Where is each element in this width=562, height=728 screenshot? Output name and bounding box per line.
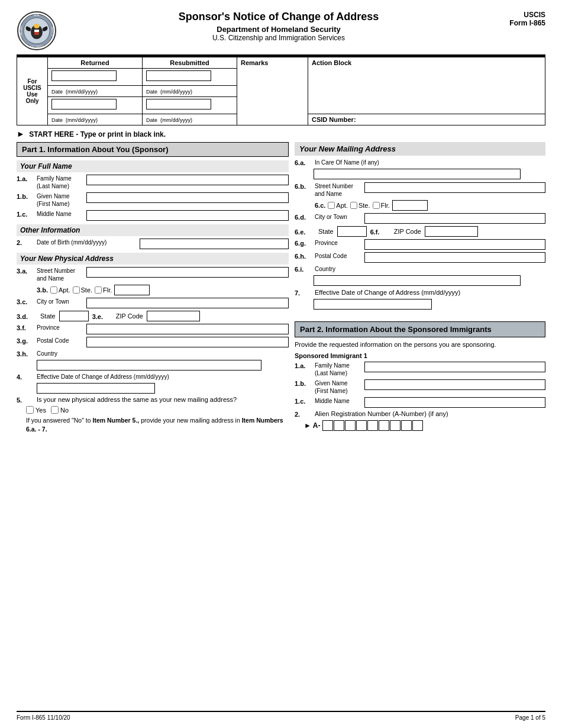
m-flr-checkbox[interactable] bbox=[373, 202, 380, 209]
yes-label[interactable]: Yes bbox=[26, 406, 46, 414]
note-text: If you answered "No" to Item Number 5., … bbox=[17, 416, 289, 433]
resubmitted-date-box-1[interactable] bbox=[146, 70, 211, 81]
a-box-1[interactable] bbox=[322, 420, 333, 431]
field-1a-input[interactable] bbox=[86, 175, 289, 185]
field-6b-num: 6.b. bbox=[295, 182, 312, 190]
field-3e-num: 3.e. bbox=[92, 313, 110, 320]
m-apt-checkbox[interactable] bbox=[328, 202, 335, 209]
field-6a-label: In Care Of Name (if any) bbox=[315, 159, 398, 166]
svg-text:HOMELAND: HOMELAND bbox=[20, 25, 22, 39]
field-1b-input[interactable] bbox=[86, 192, 289, 203]
returned-date-box-1[interactable] bbox=[51, 70, 117, 81]
field-6e-input[interactable] bbox=[337, 226, 367, 237]
field-6h-input[interactable] bbox=[364, 252, 545, 263]
field-3h-row: 3.h. Country bbox=[17, 350, 289, 357]
m-ste-checkbox-label[interactable]: Ste. bbox=[350, 202, 370, 209]
field-6h-num: 6.h. bbox=[295, 252, 312, 260]
flr-checkbox[interactable] bbox=[95, 286, 102, 294]
footer-form-label: Form I-865 11/10/20 bbox=[17, 714, 70, 721]
part1-header: Part 1. Information About You (Sponsor) bbox=[17, 142, 289, 157]
p2-field-1c-input[interactable] bbox=[364, 397, 545, 408]
field-6a-input[interactable] bbox=[314, 169, 521, 179]
mailing-address-header: Your New Mailing Address bbox=[295, 142, 545, 156]
apt-checkbox[interactable] bbox=[50, 286, 57, 294]
right-column: Your New Mailing Address 6.a. In Care Of… bbox=[295, 142, 545, 434]
field-3d-input[interactable] bbox=[59, 311, 89, 321]
footer-page-label: Page 1 of 5 bbox=[515, 714, 545, 721]
p2-field-1b-label: Given Name(First Name) bbox=[315, 379, 362, 395]
field-6f-input[interactable] bbox=[425, 226, 478, 237]
a-box-5[interactable] bbox=[367, 420, 378, 431]
p2-field-1b-input[interactable] bbox=[364, 379, 545, 390]
no-label[interactable]: No bbox=[51, 406, 69, 414]
dept-name: Department of Homeland Security bbox=[65, 25, 492, 34]
field-3a-num: 3.a. bbox=[17, 267, 34, 275]
field-4-input[interactable] bbox=[37, 383, 155, 394]
note-bold-2: Item Numbers 6.a. - 7. bbox=[26, 417, 283, 433]
field-4-row: 4. Effective Date of Change of Address (… bbox=[17, 373, 289, 381]
uscis-use-table: ForUSCISUseOnly Returned Resubmitted Rem… bbox=[17, 57, 545, 125]
field-1c-input[interactable] bbox=[86, 210, 289, 221]
field-6b-input[interactable] bbox=[364, 182, 545, 193]
m-state-label: State bbox=[318, 228, 334, 235]
header: U.S. SECURITY HOMELAND DEPT OF Sponsor's… bbox=[17, 11, 545, 51]
immigrant1-header: Sponsored Immigrant 1 bbox=[295, 352, 545, 359]
field-7-input[interactable] bbox=[314, 299, 432, 310]
field-6d-input[interactable] bbox=[364, 213, 545, 224]
no-checkbox[interactable] bbox=[51, 406, 59, 414]
form-number: Form I-865 bbox=[492, 19, 545, 27]
other-info-header: Other Information bbox=[17, 224, 289, 236]
state-label: State bbox=[40, 313, 56, 320]
a-box-6[interactable] bbox=[379, 420, 389, 431]
agency-name: U.S. Citizenship and Immigration Service… bbox=[65, 34, 492, 42]
a-box-7[interactable] bbox=[390, 420, 400, 431]
a-box-4[interactable] bbox=[356, 420, 367, 431]
field-6h-row: 6.h. Postal Code bbox=[295, 252, 545, 263]
field-1a-row: 1.a. Family Name(Last Name) bbox=[17, 175, 289, 190]
a-box-8[interactable] bbox=[401, 420, 412, 431]
m-flr-checkbox-label[interactable]: Flr. bbox=[373, 202, 390, 209]
m-ste-checkbox[interactable] bbox=[350, 202, 357, 209]
returned-header: Returned bbox=[48, 57, 143, 69]
a-box-9[interactable] bbox=[412, 420, 423, 431]
field-6g-input[interactable] bbox=[364, 239, 545, 250]
field-7-num: 7. bbox=[295, 289, 312, 297]
a-box-3[interactable] bbox=[345, 420, 356, 431]
resubmitted-date-box-2[interactable] bbox=[146, 99, 211, 109]
a-box-2[interactable] bbox=[334, 420, 344, 431]
field-6b-row: 6.b. Street Numberand Name bbox=[295, 182, 545, 198]
ste-checkbox[interactable] bbox=[73, 286, 80, 294]
field-6i-input[interactable] bbox=[314, 275, 521, 286]
svg-rect-5 bbox=[34, 30, 39, 32]
apt-checkbox-label[interactable]: Apt. bbox=[50, 286, 70, 294]
m-apt-number-input[interactable] bbox=[392, 200, 428, 211]
field-4-label: Effective Date of Change of Address (mm/… bbox=[37, 373, 202, 381]
field-1b-label: Given Name(First Name) bbox=[37, 192, 84, 208]
field-3h-input[interactable] bbox=[37, 360, 261, 371]
field-6g-row: 6.g. Province bbox=[295, 239, 545, 250]
resubmitted-box-1 bbox=[143, 69, 237, 86]
p2-field-1a-input[interactable] bbox=[364, 362, 545, 372]
field-3g-input[interactable] bbox=[86, 337, 289, 347]
field-3f-label: Province bbox=[37, 324, 84, 331]
field-3e-input[interactable] bbox=[147, 311, 200, 321]
field-2-input[interactable] bbox=[140, 239, 289, 249]
yes-checkbox[interactable] bbox=[26, 406, 34, 414]
ste-checkbox-label[interactable]: Ste. bbox=[73, 286, 93, 294]
flr-checkbox-label[interactable]: Flr. bbox=[95, 286, 112, 294]
field-1b-row: 1.b. Given Name(First Name) bbox=[17, 192, 289, 208]
field-6a-row: 6.a. In Care Of Name (if any) bbox=[295, 159, 545, 166]
field-1a-num: 1.a. bbox=[17, 175, 34, 182]
returned-date-box-2[interactable] bbox=[51, 99, 117, 109]
field-3f-input[interactable] bbox=[86, 324, 289, 334]
part2-header: Part 2. Information About the Sponsored … bbox=[295, 321, 545, 337]
m-apt-checkbox-label[interactable]: Apt. bbox=[328, 202, 348, 209]
returned-box-2 bbox=[48, 97, 143, 114]
field-3a-input[interactable] bbox=[86, 267, 289, 278]
field-3c-input[interactable] bbox=[86, 298, 289, 308]
logo: U.S. SECURITY HOMELAND DEPT OF bbox=[17, 11, 57, 51]
field-6h-label: Postal Code bbox=[315, 252, 362, 260]
csid-cell: CSID Number: bbox=[308, 114, 545, 125]
field-6c-row: 6.c. Apt. Ste. Flr. bbox=[295, 200, 545, 211]
apt-number-input[interactable] bbox=[114, 285, 150, 295]
